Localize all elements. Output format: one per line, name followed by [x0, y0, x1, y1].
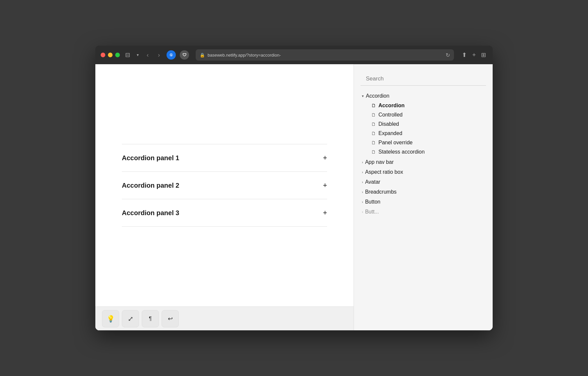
accordion-item-1[interactable]: Accordion panel 1 + — [122, 144, 327, 172]
sidebar-toggle-button[interactable]: ⊟ — [124, 50, 131, 60]
accordion-expand-icon: + — [323, 209, 327, 217]
tree-item-label: Controlled — [378, 112, 403, 118]
browser-content: Accordion panel 1 + Accordion panel 2 + … — [95, 64, 493, 330]
accordion-tree-children: 🗋 Accordion 🗋 Controlled 🗋 Disabled 🗋 Ex… — [370, 101, 486, 157]
doc-icon: 🗋 — [371, 121, 376, 127]
back-button[interactable]: ‹ — [144, 50, 151, 60]
collapsed-group-label: Avatar — [365, 179, 380, 185]
collapsed-group-label: Aspect ratio box — [365, 169, 403, 175]
doc-icon: 🗋 — [371, 131, 376, 136]
accordion-item-2[interactable]: Accordion panel 2 + — [122, 172, 327, 199]
sidebar-item-disabled[interactable]: 🗋 Disabled — [370, 119, 486, 129]
accordion-item-label: Accordion panel 3 — [122, 209, 179, 217]
browser-window: ⊟ ▾ ‹ › ① 🛡 🔒 baseweb.netlify.app/?story… — [95, 46, 493, 330]
sidebar-panel: ▾ Accordion 🗋 Accordion 🗋 Controlled 🗋 D… — [354, 64, 493, 330]
sidebar-group-app-nav-bar[interactable]: › App nav bar — [361, 157, 486, 167]
collapsed-group-label: Button — [365, 199, 380, 205]
address-bar[interactable]: 🔒 baseweb.netlify.app/?story=accordion- … — [196, 49, 454, 61]
sidebar-item-expanded[interactable]: 🗋 Expanded — [370, 129, 486, 138]
accordion-area: Accordion panel 1 + Accordion panel 2 + … — [95, 64, 354, 306]
sidebar-item-accordion[interactable]: 🗋 Accordion — [370, 101, 486, 110]
sidebar-group-avatar[interactable]: › Avatar — [361, 177, 486, 187]
bottom-toolbar: 💡 ⤢ ¶ ↩ — [95, 306, 354, 330]
sidebar-group-aspect-ratio-box[interactable]: › Aspect ratio box — [361, 167, 486, 177]
accordion-item-label: Accordion panel 1 — [122, 154, 179, 162]
extension-1password-icon[interactable]: ① — [167, 50, 176, 60]
url-text: baseweb.netlify.app/?story=accordion- — [208, 53, 443, 58]
sidebar-group-breadcrumbs[interactable]: › Breadcrumbs — [361, 187, 486, 197]
theme-toggle-button[interactable]: 💡 — [102, 310, 119, 327]
accordion-item-3[interactable]: Accordion panel 3 + — [122, 199, 327, 227]
nav-tree: ▾ Accordion 🗋 Accordion 🗋 Controlled 🗋 D… — [361, 91, 486, 217]
accordion-group-header[interactable]: ▾ Accordion — [361, 91, 486, 101]
forward-button[interactable]: › — [155, 50, 163, 60]
accordion-expand-icon: + — [323, 181, 327, 190]
doc-icon: 🗋 — [371, 149, 376, 155]
maximize-button[interactable] — [115, 53, 120, 57]
chevron-right-icon: › — [362, 200, 363, 204]
chevron-right-icon: › — [362, 170, 363, 174]
tabs-overview-button[interactable]: ⊞ — [480, 50, 487, 60]
reload-button[interactable]: ↻ — [446, 52, 450, 58]
tree-item-label: Panel override — [378, 140, 413, 146]
tree-item-label: Stateless accordion — [378, 149, 425, 155]
expand-toggle-button[interactable]: ⤢ — [122, 310, 139, 327]
lock-icon: 🔒 — [200, 53, 205, 58]
doc-icon: 🗋 — [371, 140, 376, 145]
extension-shield-icon[interactable]: 🛡 — [180, 50, 189, 60]
chevron-right-icon: › — [362, 180, 363, 184]
accordion-expand-icon: + — [323, 154, 327, 162]
minimize-button[interactable] — [108, 53, 113, 57]
chevron-right-icon: › — [362, 160, 363, 164]
sidebar-group-button[interactable]: › Button — [361, 197, 486, 207]
tree-item-label: Accordion — [378, 103, 405, 109]
demo-panel: Accordion panel 1 + Accordion panel 2 + … — [95, 64, 354, 330]
chevron-down-icon: ▾ — [362, 94, 364, 98]
doc-icon: 🗋 — [371, 103, 376, 108]
search-input[interactable] — [361, 72, 486, 86]
rtl-toggle-button[interactable]: ¶ — [142, 310, 159, 327]
accordion-group-label: Accordion — [366, 93, 389, 99]
accordion-item-label: Accordion panel 2 — [122, 182, 179, 189]
doc-icon: 🗋 — [371, 112, 376, 118]
sidebar-item-panel-override[interactable]: 🗋 Panel override — [370, 138, 486, 147]
accordion-tree-group: ▾ Accordion 🗋 Accordion 🗋 Controlled 🗋 D… — [361, 91, 486, 157]
sidebar-item-controlled[interactable]: 🗋 Controlled — [370, 110, 486, 119]
title-bar: ⊟ ▾ ‹ › ① 🛡 🔒 baseweb.netlify.app/?story… — [95, 46, 493, 64]
chevron-right-icon: › — [362, 210, 363, 214]
direction-toggle-button[interactable]: ↩ — [162, 310, 179, 327]
close-button[interactable] — [101, 53, 105, 57]
collapsed-group-label: Butt... — [365, 209, 379, 215]
collapsed-group-label: App nav bar — [365, 159, 394, 165]
sidebar-dropdown-button[interactable]: ▾ — [135, 51, 140, 59]
tree-item-label: Disabled — [378, 121, 399, 127]
chevron-right-icon: › — [362, 190, 363, 194]
new-tab-button[interactable]: + — [471, 50, 477, 60]
sidebar-item-stateless-accordion[interactable]: 🗋 Stateless accordion — [370, 147, 486, 157]
toolbar-icons: ⬆ + ⊞ — [461, 50, 487, 60]
share-button[interactable]: ⬆ — [461, 50, 468, 60]
traffic-lights — [101, 53, 120, 57]
sidebar-group-butt...[interactable]: › Butt... — [361, 207, 486, 217]
tree-item-label: Expanded — [378, 130, 402, 136]
collapsed-group-label: Breadcrumbs — [365, 189, 397, 195]
